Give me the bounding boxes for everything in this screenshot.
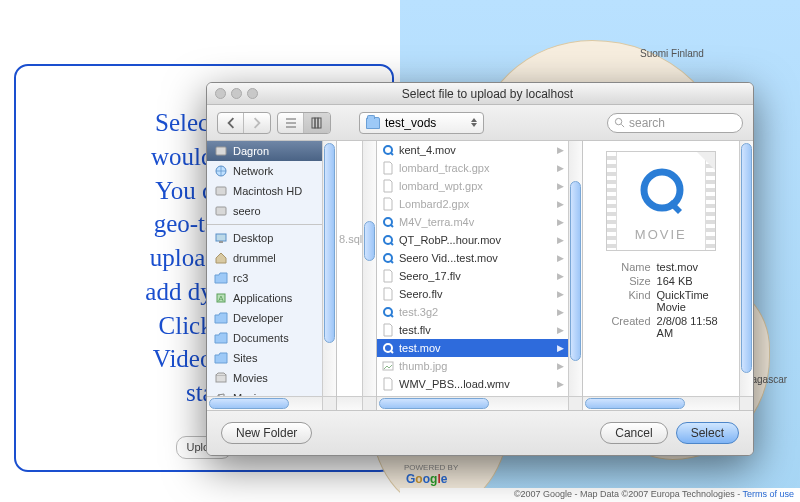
scrollbar-vertical[interactable] [362, 141, 376, 396]
traffic-lights [215, 88, 258, 99]
file-name: test.flv [399, 324, 431, 336]
svg-point-21 [384, 344, 392, 352]
scrollbar-horizontal[interactable] [583, 396, 739, 410]
svg-rect-6 [216, 187, 226, 195]
terms-link[interactable]: Terms of use [742, 489, 794, 499]
titlebar[interactable]: Select file to upload by localhost [207, 83, 753, 105]
cancel-button[interactable]: Cancel [600, 422, 667, 444]
file-icon [381, 179, 395, 193]
sidebar-separator [207, 224, 336, 225]
file-row[interactable]: kent_4.mov▶ [377, 141, 568, 159]
column-0[interactable]: 8.sql▶ [337, 141, 377, 410]
file-row[interactable]: test.3g2▶ [377, 303, 568, 321]
file-row[interactable]: thumb.jpg▶ [377, 357, 568, 375]
chevron-right-icon: ▶ [557, 343, 564, 353]
column-preview: MOVIE Nametest.mov Size164 KB KindQuickT… [583, 141, 753, 410]
file-name: lombard_wpt.gpx [399, 180, 483, 192]
zoom-icon[interactable] [247, 88, 258, 99]
file-name: lombard_track.gpx [399, 162, 490, 174]
svg-point-18 [384, 236, 392, 244]
file-icon [381, 251, 395, 265]
svg-point-19 [384, 254, 392, 262]
file-name: M4V_terra.m4v [399, 216, 474, 228]
meta-name: test.mov [657, 261, 729, 273]
sidebar-item-developer[interactable]: Developer [207, 308, 336, 328]
back-button[interactable] [218, 113, 244, 133]
list-view-button[interactable] [278, 113, 304, 133]
scrollbar-horizontal[interactable] [337, 396, 362, 410]
file-row[interactable]: test.flv▶ [377, 321, 568, 339]
scrollbar-horizontal[interactable] [207, 396, 322, 410]
file-name: Lombard2.gpx [399, 198, 469, 210]
file-row[interactable]: Seero Vid...test.mov▶ [377, 249, 568, 267]
sidebar-item-movies[interactable]: Movies [207, 368, 336, 388]
sidebar-item-drummel[interactable]: drummel [207, 248, 336, 268]
close-icon[interactable] [215, 88, 226, 99]
folder-icon [214, 351, 228, 365]
file-icon [381, 233, 395, 247]
sidebar-item-sites[interactable]: Sites [207, 348, 336, 368]
file-row[interactable]: QT_RobP...hour.mov▶ [377, 231, 568, 249]
globe-icon [214, 164, 228, 178]
sidebar-item-documents[interactable]: Documents [207, 328, 336, 348]
sidebar-item-dagron[interactable]: Dagron [207, 141, 336, 161]
column-files[interactable]: kent_4.mov▶lombard_track.gpx▶lombard_wpt… [377, 141, 583, 410]
meta-size: 164 KB [657, 275, 729, 287]
file-row[interactable]: lombard_wpt.gpx▶ [377, 177, 568, 195]
quicktime-icon [637, 168, 687, 218]
file-row[interactable]: test.mov▶ [377, 339, 568, 357]
file-row[interactable]: lombard_track.gpx▶ [377, 159, 568, 177]
sidebar-item-desktop[interactable]: Desktop [207, 228, 336, 248]
column-view-button[interactable] [304, 113, 330, 133]
select-button[interactable]: Select [676, 422, 739, 444]
file-icon [381, 359, 395, 373]
sidebar-item-network[interactable]: Network [207, 161, 336, 181]
sidebar-item-macintosh-hd[interactable]: Macintosh HD [207, 181, 336, 201]
hd-icon [214, 204, 228, 218]
sidebar-item-label: Network [233, 165, 273, 177]
meta-created: 2/8/08 11:58 AM [657, 315, 729, 339]
minimize-icon[interactable] [231, 88, 242, 99]
home-icon [214, 251, 228, 265]
file-row[interactable]: WMV_PBS...load.wmv▶ [377, 375, 568, 393]
file-name: test.mov [399, 342, 441, 354]
chevron-right-icon: ▶ [557, 325, 564, 335]
column-browser: DagronNetworkMacintosh HDseero Desktopdr… [207, 141, 753, 411]
chevron-right-icon: ▶ [557, 217, 564, 227]
movies-icon [214, 371, 228, 385]
chevron-right-icon: ▶ [557, 289, 564, 299]
scrollbar-horizontal[interactable] [377, 396, 568, 410]
file-icon [381, 305, 395, 319]
file-row[interactable]: Lombard2.gpx▶ [377, 195, 568, 213]
file-name: thumb.jpg [399, 360, 447, 372]
scrollbar-vertical[interactable] [568, 141, 582, 396]
file-icon [381, 269, 395, 283]
new-folder-button[interactable]: New Folder [221, 422, 312, 444]
dialog-footer: New Folder Cancel Select [207, 411, 753, 455]
file-name: test.3g2 [399, 306, 438, 318]
file-row[interactable]: M4V_terra.m4v▶ [377, 213, 568, 231]
folder-icon [214, 311, 228, 325]
sidebar-item-label: Documents [233, 332, 289, 344]
sidebar-item-label: rc3 [233, 272, 248, 284]
sidebar-item-label: drummel [233, 252, 276, 264]
file-row[interactable]: Seero_17.flv▶ [377, 267, 568, 285]
chevron-right-icon: ▶ [557, 181, 564, 191]
file-row[interactable]: Seero.flv▶ [377, 285, 568, 303]
scrollbar-vertical[interactable] [322, 141, 336, 396]
search-input[interactable]: search [607, 113, 743, 133]
path-dropdown[interactable]: test_vods [359, 112, 484, 134]
sidebar-item-seero[interactable]: seero [207, 201, 336, 221]
chevron-updown-icon [471, 118, 477, 127]
hd-icon [214, 144, 228, 158]
chevron-right-icon: ▶ [557, 253, 564, 263]
file-icon [381, 161, 395, 175]
forward-button[interactable] [244, 113, 270, 133]
folder-icon [366, 117, 380, 129]
path-label: test_vods [385, 116, 436, 130]
sidebar-item-label: Macintosh HD [233, 185, 302, 197]
sidebar-item-applications[interactable]: AApplications [207, 288, 336, 308]
sidebar-item-rc3[interactable]: rc3 [207, 268, 336, 288]
scrollbar-vertical[interactable] [739, 141, 753, 396]
chevron-right-icon: ▶ [557, 145, 564, 155]
